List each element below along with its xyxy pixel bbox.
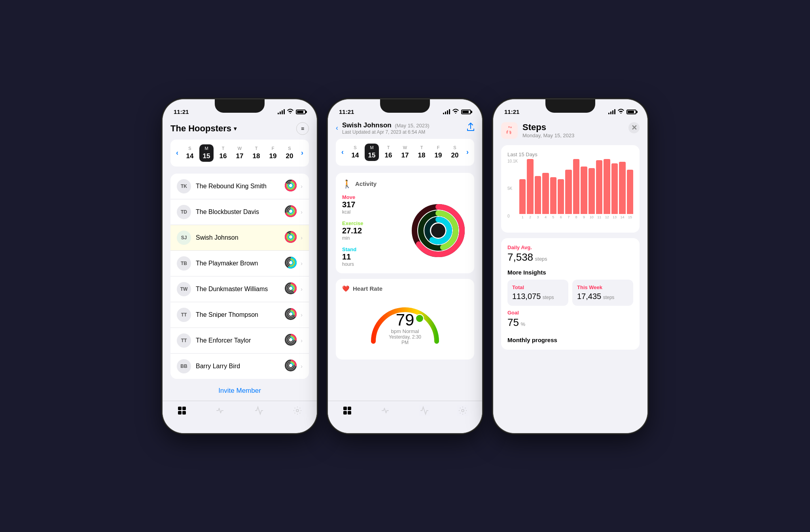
status-bar-1: 11:21 [163,99,317,119]
avatar-tw: TW [177,282,191,296]
detail-header: ‹ Swish Johnson (May 15, 2023) Last Upda… [336,119,474,139]
svg-text:→: → [436,204,441,210]
cal-day-thu[interactable]: T 18 [249,144,263,162]
bar-x-label: 15 [628,215,632,219]
cal-day-2-thu[interactable]: T 18 [414,144,429,161]
detail-updated: Last Updated at Apr 7, 2023 at 6:54 AM [342,129,467,135]
bar-x-label: 5 [552,215,554,219]
bar-x-label: 8 [575,215,577,219]
bar-fill [542,173,549,214]
member-item-sj[interactable]: SJ Swish Johnson › [170,225,309,251]
goal-section: Goal 75 % [507,310,633,329]
tab2-activity[interactable] [381,406,390,415]
cal-next-2[interactable]: › [465,148,470,156]
bar-fill [565,170,572,214]
svg-text:››: ›› [455,228,458,233]
cal-days-1: S 14 M 15 T 16 W 17 [180,144,299,162]
bar-col: 13 [611,159,618,219]
bar-fill [519,179,526,214]
cal-day-2-fri[interactable]: F 19 [431,144,445,161]
cal-day-2-mon[interactable]: M 15 [365,144,379,161]
team-name: The Hoopsters [170,123,231,134]
close-button[interactable]: ✕ [628,122,640,133]
member-item-tb[interactable]: TB The Playmaker Brown [170,251,309,276]
bar-x-label: 2 [529,215,531,219]
rings-tt2 [284,333,297,348]
bar-x-label: 3 [537,215,539,219]
menu-button[interactable]: ≡ [296,122,309,135]
bar-x-label: 7 [568,215,570,219]
avatar-tt1: TT [177,308,191,322]
status-icons-right-2 [443,109,471,115]
steps-header: Steps Monday, May 15, 2023 ✕ [501,119,640,145]
rings-tk [284,179,297,194]
chevron-icon-tt1: › [301,312,303,318]
chevron-icon-sj: › [301,235,303,241]
tab-activity[interactable] [216,406,225,415]
invite-button[interactable]: Invite Member [170,379,309,403]
tab2-team[interactable] [343,406,352,415]
tab-settings[interactable] [293,406,302,415]
signal-icon-2 [443,109,450,114]
steps-title: Steps [522,122,628,133]
time-1: 11:21 [174,108,189,115]
cal-day-2-sun[interactable]: S 14 [348,144,362,161]
bar-fill [527,159,533,214]
rings-large: → ›› ↑ [409,201,468,260]
chevron-icon-bb: › [301,363,303,369]
bar-fill [581,167,587,214]
bar-x-label: 14 [620,215,624,219]
cal-day-sat[interactable]: S 20 [282,144,297,162]
bar-fill [535,176,541,214]
phones-container: 11:21 [147,83,663,449]
member-item-td[interactable]: TD The Blockbuster Davis [170,199,309,225]
gauge-container: 79 bpm Normal Yesterday, 2:30 PM [365,302,445,345]
team-title[interactable]: The Hoopsters ▾ [170,123,237,134]
cal-day-fri[interactable]: F 19 [266,144,280,162]
tab2-settings[interactable] [458,406,467,415]
bar-fill [604,159,610,214]
cal-day-mon[interactable]: M 15 [199,144,214,162]
bar-col: 8 [573,159,579,219]
member-item-bb[interactable]: BB Barry Larry Bird [170,354,309,379]
member-item-tt1[interactable]: TT The Sniper Thompson [170,302,309,328]
avatar-tb: TB [177,256,191,271]
bar-col: 7 [565,159,572,219]
bar-col: 2 [527,159,533,219]
cal-day-tue[interactable]: T 16 [216,144,230,162]
calendar-strip-1: ‹ S 14 M 15 T 16 [170,140,309,167]
status-icons-right-1 [278,109,306,115]
tab-team[interactable] [177,406,187,415]
cal-day-wed[interactable]: W 17 [233,144,247,162]
cal-day-2-wed[interactable]: W 17 [398,144,412,161]
phone-2: 11:21 [328,99,482,433]
cal-day-2-tue[interactable]: T 16 [381,144,396,161]
tab2-stats[interactable] [420,406,429,415]
chart-label: Last 15 Days [507,151,633,157]
cal-prev-2[interactable]: ‹ [340,148,345,156]
bar-col: 14 [619,159,625,219]
phone2-main: ‹ Swish Johnson (May 15, 2023) Last Upda… [328,119,482,360]
chart-wrapper: 10.1K 5K 0 123456789101112131415 [507,159,633,226]
member-name-tb: The Playmaker Brown [196,260,284,267]
member-item-tt2[interactable]: TT The Enforcer Taylor [170,328,309,354]
cal-next-1[interactable]: › [299,149,305,157]
bar-x-label: 10 [590,215,594,219]
bar-x-label: 13 [613,215,617,219]
back-button[interactable]: ‹ [336,124,338,132]
goal-label: Goal [507,310,633,316]
member-item-tk[interactable]: TK The Rebound King Smith [170,174,309,199]
wifi-icon-1 [287,109,293,115]
member-item-tw[interactable]: TW The Dunkmaster Williams [170,276,309,302]
cal-prev-1[interactable]: ‹ [174,149,180,157]
monthly-title: Monthly progress [507,337,633,343]
svg-point-68 [462,409,464,412]
total-value: 113,075 [512,292,541,301]
exercise-stat: Exercise 27.12 min [342,220,363,241]
tab-stats[interactable] [254,406,264,415]
cal-day-sun[interactable]: S 14 [183,144,197,162]
share-button[interactable] [467,123,474,133]
detail-name: Swish Johnson (May 15, 2023) [342,121,467,129]
battery-icon-3 [626,110,636,114]
cal-day-2-sat[interactable]: S 20 [448,144,462,161]
